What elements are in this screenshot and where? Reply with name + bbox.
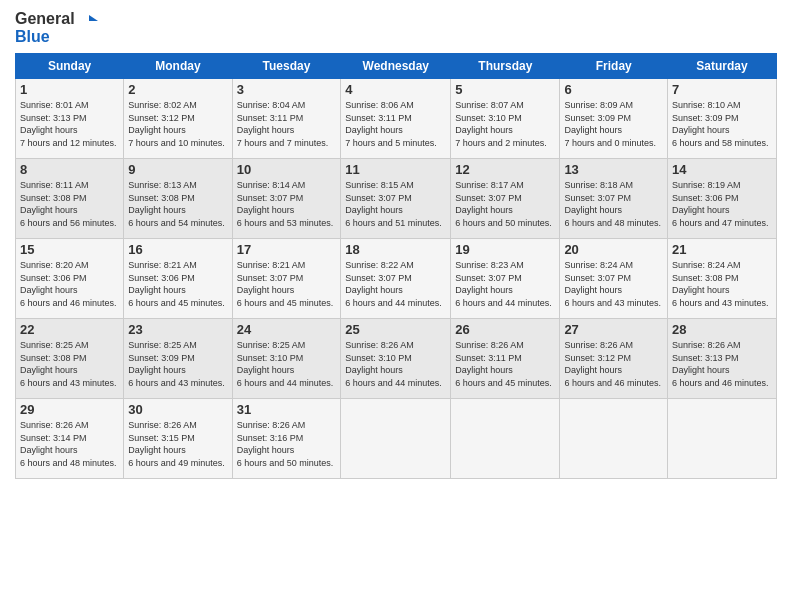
day-info: Sunrise: 8:01 AMSunset: 3:13 PMDaylight … — [20, 99, 119, 149]
weekday-header-wednesday: Wednesday — [341, 54, 451, 79]
day-number: 21 — [672, 242, 772, 257]
day-info: Sunrise: 8:02 AMSunset: 3:12 PMDaylight … — [128, 99, 227, 149]
calendar-cell: 18Sunrise: 8:22 AMSunset: 3:07 PMDayligh… — [341, 239, 451, 319]
weekday-header-friday: Friday — [560, 54, 668, 79]
day-info: Sunrise: 8:26 AMSunset: 3:14 PMDaylight … — [20, 419, 119, 469]
logo-text: General Blue — [15, 10, 99, 45]
day-info: Sunrise: 8:14 AMSunset: 3:07 PMDaylight … — [237, 179, 337, 229]
day-info: Sunrise: 8:26 AMSunset: 3:15 PMDaylight … — [128, 419, 227, 469]
calendar-cell: 27Sunrise: 8:26 AMSunset: 3:12 PMDayligh… — [560, 319, 668, 399]
calendar-cell — [341, 399, 451, 479]
calendar-cell: 23Sunrise: 8:25 AMSunset: 3:09 PMDayligh… — [124, 319, 232, 399]
day-info: Sunrise: 8:07 AMSunset: 3:10 PMDaylight … — [455, 99, 555, 149]
day-number: 27 — [564, 322, 663, 337]
day-number: 8 — [20, 162, 119, 177]
calendar-cell: 2Sunrise: 8:02 AMSunset: 3:12 PMDaylight… — [124, 79, 232, 159]
day-number: 12 — [455, 162, 555, 177]
calendar-cell: 19Sunrise: 8:23 AMSunset: 3:07 PMDayligh… — [451, 239, 560, 319]
calendar-cell: 16Sunrise: 8:21 AMSunset: 3:06 PMDayligh… — [124, 239, 232, 319]
day-number: 4 — [345, 82, 446, 97]
calendar-cell: 3Sunrise: 8:04 AMSunset: 3:11 PMDaylight… — [232, 79, 341, 159]
logo: General Blue — [15, 10, 99, 45]
day-info: Sunrise: 8:24 AMSunset: 3:08 PMDaylight … — [672, 259, 772, 309]
day-number: 6 — [564, 82, 663, 97]
day-info: Sunrise: 8:22 AMSunset: 3:07 PMDaylight … — [345, 259, 446, 309]
calendar-cell: 24Sunrise: 8:25 AMSunset: 3:10 PMDayligh… — [232, 319, 341, 399]
calendar-cell: 20Sunrise: 8:24 AMSunset: 3:07 PMDayligh… — [560, 239, 668, 319]
calendar-table: SundayMondayTuesdayWednesdayThursdayFrid… — [15, 53, 777, 479]
weekday-header-tuesday: Tuesday — [232, 54, 341, 79]
day-info: Sunrise: 8:25 AMSunset: 3:09 PMDaylight … — [128, 339, 227, 389]
day-info: Sunrise: 8:15 AMSunset: 3:07 PMDaylight … — [345, 179, 446, 229]
day-info: Sunrise: 8:26 AMSunset: 3:12 PMDaylight … — [564, 339, 663, 389]
weekday-header-row: SundayMondayTuesdayWednesdayThursdayFrid… — [16, 54, 777, 79]
day-number: 18 — [345, 242, 446, 257]
day-number: 7 — [672, 82, 772, 97]
calendar-cell: 29Sunrise: 8:26 AMSunset: 3:14 PMDayligh… — [16, 399, 124, 479]
calendar-cell — [451, 399, 560, 479]
week-row-3: 15Sunrise: 8:20 AMSunset: 3:06 PMDayligh… — [16, 239, 777, 319]
day-info: Sunrise: 8:24 AMSunset: 3:07 PMDaylight … — [564, 259, 663, 309]
day-number: 23 — [128, 322, 227, 337]
day-info: Sunrise: 8:25 AMSunset: 3:08 PMDaylight … — [20, 339, 119, 389]
calendar-cell: 15Sunrise: 8:20 AMSunset: 3:06 PMDayligh… — [16, 239, 124, 319]
week-row-4: 22Sunrise: 8:25 AMSunset: 3:08 PMDayligh… — [16, 319, 777, 399]
weekday-header-monday: Monday — [124, 54, 232, 79]
day-info: Sunrise: 8:21 AMSunset: 3:06 PMDaylight … — [128, 259, 227, 309]
weekday-header-sunday: Sunday — [16, 54, 124, 79]
calendar-cell: 12Sunrise: 8:17 AMSunset: 3:07 PMDayligh… — [451, 159, 560, 239]
day-number: 28 — [672, 322, 772, 337]
calendar-cell: 4Sunrise: 8:06 AMSunset: 3:11 PMDaylight… — [341, 79, 451, 159]
calendar-cell: 13Sunrise: 8:18 AMSunset: 3:07 PMDayligh… — [560, 159, 668, 239]
svg-marker-0 — [89, 15, 98, 21]
calendar-cell: 8Sunrise: 8:11 AMSunset: 3:08 PMDaylight… — [16, 159, 124, 239]
day-number: 29 — [20, 402, 119, 417]
day-info: Sunrise: 8:26 AMSunset: 3:10 PMDaylight … — [345, 339, 446, 389]
day-info: Sunrise: 8:21 AMSunset: 3:07 PMDaylight … — [237, 259, 337, 309]
day-number: 20 — [564, 242, 663, 257]
calendar-cell: 10Sunrise: 8:14 AMSunset: 3:07 PMDayligh… — [232, 159, 341, 239]
calendar-cell: 6Sunrise: 8:09 AMSunset: 3:09 PMDaylight… — [560, 79, 668, 159]
calendar-cell: 5Sunrise: 8:07 AMSunset: 3:10 PMDaylight… — [451, 79, 560, 159]
calendar-cell: 17Sunrise: 8:21 AMSunset: 3:07 PMDayligh… — [232, 239, 341, 319]
day-info: Sunrise: 8:18 AMSunset: 3:07 PMDaylight … — [564, 179, 663, 229]
day-info: Sunrise: 8:26 AMSunset: 3:16 PMDaylight … — [237, 419, 337, 469]
week-row-1: 1Sunrise: 8:01 AMSunset: 3:13 PMDaylight… — [16, 79, 777, 159]
day-info: Sunrise: 8:17 AMSunset: 3:07 PMDaylight … — [455, 179, 555, 229]
day-number: 30 — [128, 402, 227, 417]
day-info: Sunrise: 8:26 AMSunset: 3:13 PMDaylight … — [672, 339, 772, 389]
weekday-header-saturday: Saturday — [668, 54, 777, 79]
day-info: Sunrise: 8:09 AMSunset: 3:09 PMDaylight … — [564, 99, 663, 149]
week-row-2: 8Sunrise: 8:11 AMSunset: 3:08 PMDaylight… — [16, 159, 777, 239]
calendar-cell: 9Sunrise: 8:13 AMSunset: 3:08 PMDaylight… — [124, 159, 232, 239]
calendar-cell: 30Sunrise: 8:26 AMSunset: 3:15 PMDayligh… — [124, 399, 232, 479]
day-info: Sunrise: 8:11 AMSunset: 3:08 PMDaylight … — [20, 179, 119, 229]
day-info: Sunrise: 8:04 AMSunset: 3:11 PMDaylight … — [237, 99, 337, 149]
day-number: 31 — [237, 402, 337, 417]
day-info: Sunrise: 8:26 AMSunset: 3:11 PMDaylight … — [455, 339, 555, 389]
day-info: Sunrise: 8:10 AMSunset: 3:09 PMDaylight … — [672, 99, 772, 149]
day-number: 3 — [237, 82, 337, 97]
day-number: 25 — [345, 322, 446, 337]
calendar-container: General Blue SundayMondayTuesdayWednesda… — [0, 0, 792, 484]
day-number: 19 — [455, 242, 555, 257]
day-info: Sunrise: 8:06 AMSunset: 3:11 PMDaylight … — [345, 99, 446, 149]
calendar-cell: 26Sunrise: 8:26 AMSunset: 3:11 PMDayligh… — [451, 319, 560, 399]
day-info: Sunrise: 8:20 AMSunset: 3:06 PMDaylight … — [20, 259, 119, 309]
day-number: 26 — [455, 322, 555, 337]
day-number: 11 — [345, 162, 446, 177]
day-number: 1 — [20, 82, 119, 97]
day-info: Sunrise: 8:19 AMSunset: 3:06 PMDaylight … — [672, 179, 772, 229]
weekday-header-thursday: Thursday — [451, 54, 560, 79]
calendar-cell — [560, 399, 668, 479]
calendar-cell: 11Sunrise: 8:15 AMSunset: 3:07 PMDayligh… — [341, 159, 451, 239]
day-number: 14 — [672, 162, 772, 177]
day-info: Sunrise: 8:13 AMSunset: 3:08 PMDaylight … — [128, 179, 227, 229]
calendar-cell: 22Sunrise: 8:25 AMSunset: 3:08 PMDayligh… — [16, 319, 124, 399]
calendar-cell: 31Sunrise: 8:26 AMSunset: 3:16 PMDayligh… — [232, 399, 341, 479]
calendar-cell: 1Sunrise: 8:01 AMSunset: 3:13 PMDaylight… — [16, 79, 124, 159]
calendar-cell: 25Sunrise: 8:26 AMSunset: 3:10 PMDayligh… — [341, 319, 451, 399]
day-number: 9 — [128, 162, 227, 177]
day-number: 5 — [455, 82, 555, 97]
calendar-cell: 14Sunrise: 8:19 AMSunset: 3:06 PMDayligh… — [668, 159, 777, 239]
